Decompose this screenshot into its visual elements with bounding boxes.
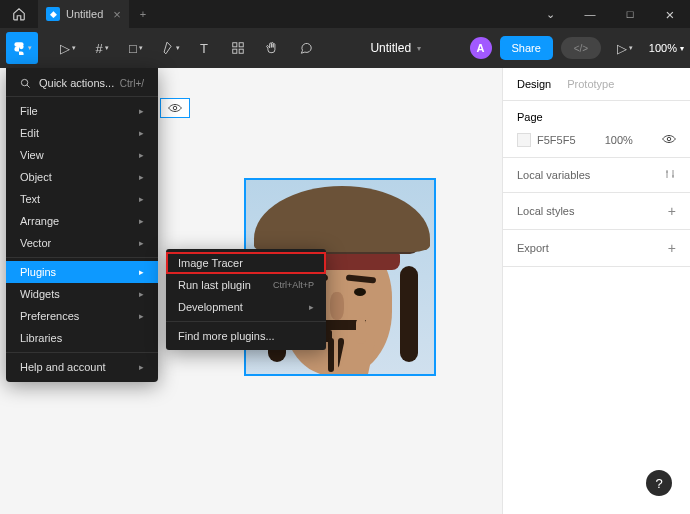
menu-text[interactable]: Text▸ [6, 188, 158, 210]
svg-point-4 [173, 106, 177, 110]
menu-widgets[interactable]: Widgets▸ [6, 283, 158, 305]
menu-edit[interactable]: Edit▸ [6, 122, 158, 144]
dev-mode-toggle[interactable]: </> [561, 37, 601, 59]
window-close-button[interactable]: × [650, 0, 690, 28]
add-tab-button[interactable]: + [129, 8, 157, 20]
menu-separator [6, 257, 158, 258]
help-button[interactable]: ? [646, 470, 672, 496]
submenu-development[interactable]: Development▸ [166, 296, 326, 318]
settings-icon[interactable] [664, 168, 676, 182]
svg-point-6 [21, 79, 27, 85]
avatar[interactable]: A [470, 37, 492, 59]
file-tab[interactable]: ◆ Untitled × [38, 0, 129, 28]
figma-file-icon: ◆ [46, 7, 60, 21]
page-section: Page F5F5F5 100% [503, 101, 690, 158]
hand-tool[interactable] [256, 32, 288, 64]
pen-tool[interactable]: ▾ [154, 32, 186, 64]
frame-tool[interactable]: #▾ [86, 32, 118, 64]
document-title[interactable]: Untitled ▾ [322, 41, 470, 55]
menu-file[interactable]: File▸ [6, 100, 158, 122]
move-tool[interactable]: ▷▾ [52, 32, 84, 64]
window-controls: ⌄ — □ × [530, 0, 690, 28]
plus-icon[interactable]: + [668, 240, 676, 256]
page-section-title: Page [517, 111, 676, 123]
home-button[interactable] [0, 7, 38, 21]
menu-plugins[interactable]: Plugins▸ [6, 261, 158, 283]
present-button[interactable]: ▷▾ [609, 32, 641, 64]
window-maximize-button[interactable]: □ [610, 0, 650, 28]
window-more-button[interactable]: ⌄ [530, 0, 570, 28]
menu-help[interactable]: Help and account▸ [6, 356, 158, 378]
local-styles-section[interactable]: Local styles + [503, 193, 690, 230]
local-variables-section[interactable]: Local variables [503, 158, 690, 193]
zoom-control[interactable]: 100%▾ [649, 42, 684, 54]
menu-preferences[interactable]: Preferences▸ [6, 305, 158, 327]
svg-rect-0 [233, 43, 237, 47]
search-icon [20, 78, 31, 89]
tab-design[interactable]: Design [517, 78, 551, 90]
menu-libraries[interactable]: Libraries [6, 327, 158, 349]
svg-rect-3 [239, 49, 243, 53]
toolbar: ▾ ▷▾ #▾ □▾ ▾ T Untitled ▾ A Share </> ▷▾… [0, 28, 690, 68]
menu-separator [6, 352, 158, 353]
plus-icon[interactable]: + [668, 203, 676, 219]
share-button[interactable]: Share [500, 36, 553, 60]
main-menu: Quick actions... Ctrl+/ File▸ Edit▸ View… [6, 68, 158, 382]
plugins-submenu: Image Tracer Run last pluginCtrl+Alt+P D… [166, 249, 326, 350]
svg-point-5 [667, 137, 671, 141]
export-section[interactable]: Export + [503, 230, 690, 267]
submenu-find-more-plugins[interactable]: Find more plugins... [166, 325, 326, 347]
tab-title: Untitled [66, 8, 103, 20]
submenu-image-tracer[interactable]: Image Tracer [166, 252, 326, 274]
page-background-opacity[interactable]: 100% [605, 134, 633, 146]
svg-rect-1 [239, 43, 243, 47]
menu-arrange[interactable]: Arrange▸ [6, 210, 158, 232]
right-panel: Design Prototype Page F5F5F5 100% Local … [502, 68, 690, 514]
resources-tool[interactable] [222, 32, 254, 64]
text-tool[interactable]: T [188, 32, 220, 64]
eye-icon[interactable] [662, 134, 676, 146]
comment-tool[interactable] [290, 32, 322, 64]
titlebar: ◆ Untitled × + ⌄ — □ × [0, 0, 690, 28]
menu-separator [166, 321, 326, 322]
layer-visibility-indicator[interactable] [160, 98, 190, 118]
menu-object[interactable]: Object▸ [6, 166, 158, 188]
page-background-swatch[interactable] [517, 133, 531, 147]
submenu-run-last-plugin[interactable]: Run last pluginCtrl+Alt+P [166, 274, 326, 296]
page-background-color[interactable]: F5F5F5 [537, 134, 576, 146]
menu-vector[interactable]: Vector▸ [6, 232, 158, 254]
tab-prototype[interactable]: Prototype [567, 78, 614, 90]
window-minimize-button[interactable]: — [570, 0, 610, 28]
chevron-down-icon: ▾ [28, 44, 32, 52]
chevron-down-icon: ▾ [417, 44, 421, 53]
shape-tool[interactable]: □▾ [120, 32, 152, 64]
svg-rect-2 [233, 49, 237, 53]
menu-view[interactable]: View▸ [6, 144, 158, 166]
tab-close-icon[interactable]: × [113, 7, 121, 22]
menu-quick-actions[interactable]: Quick actions... Ctrl+/ [6, 72, 158, 97]
main-menu-button[interactable]: ▾ [6, 32, 38, 64]
